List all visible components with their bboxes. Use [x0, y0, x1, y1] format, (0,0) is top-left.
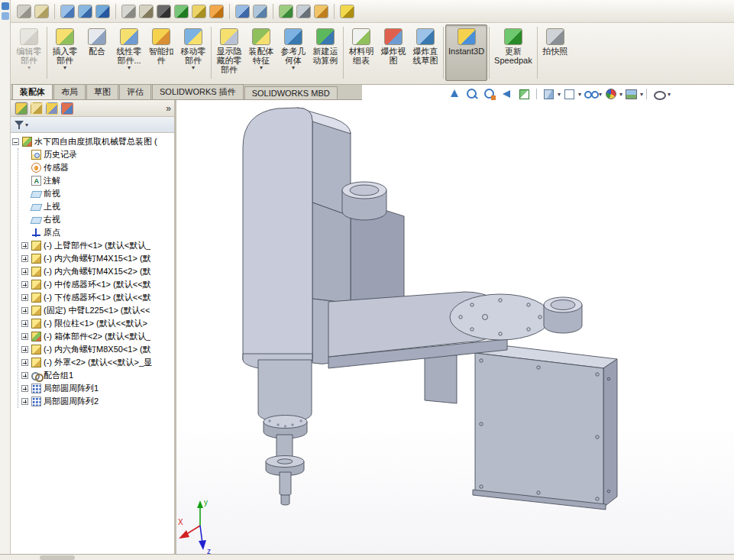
tools-gear-icon[interactable]	[139, 5, 154, 18]
tab-sketch[interactable]: 草图	[86, 84, 118, 99]
tree-item-lower-sensor-ring[interactable]: (-) 下传感器环<1> (默认<<默	[11, 291, 174, 304]
statusbar-grip[interactable]	[40, 555, 75, 560]
expand-toggle-icon[interactable]	[21, 385, 28, 392]
ribbon-button-explode-line-sketch[interactable]: 爆炸直 线草图	[409, 24, 441, 81]
expand-toggle-icon[interactable]	[21, 294, 28, 301]
ribbon-button-bom[interactable]: 材料明 细表	[345, 24, 377, 81]
settings-gear-icon[interactable]	[121, 5, 136, 18]
expand-toggle-icon[interactable]	[12, 138, 19, 145]
expand-toggle-icon[interactable]	[21, 242, 28, 249]
zoom-area-icon[interactable]	[483, 88, 496, 100]
ribbon-button-mate[interactable]: 配合	[81, 24, 113, 81]
displaymanager-tab-icon[interactable]	[61, 102, 73, 115]
view-settings-icon[interactable]	[652, 88, 665, 100]
display-style-icon[interactable]	[563, 88, 576, 100]
ribbon-button-snapshot[interactable]: 拍快照	[539, 24, 571, 81]
tab-assembly[interactable]: 装配体	[12, 84, 53, 99]
expand-toggle-icon[interactable]	[21, 359, 28, 366]
tree-item-root[interactable]: 水下四自由度抓取机械臂总装图 (	[11, 135, 174, 148]
dropdown-arrow-icon[interactable]	[260, 65, 263, 72]
dropdown-arrow-icon[interactable]	[63, 65, 66, 72]
dropdown-arrow-icon[interactable]	[292, 65, 295, 72]
zoom-fit-arrow-icon[interactable]	[448, 88, 461, 100]
tab-evaluate[interactable]: 评估	[119, 84, 151, 99]
tree-item-screw-m4x15-2[interactable]: (-) 内六角螺钉M4X15<2> (默	[11, 265, 174, 278]
dropdown-arrow-icon[interactable]	[668, 91, 671, 98]
print-icon[interactable]	[296, 5, 311, 18]
tree-item-circular-pattern-2[interactable]: 局部圆周阵列2	[11, 395, 174, 408]
expand-toggle-icon[interactable]	[21, 372, 28, 379]
expand-toggle-icon[interactable]	[21, 307, 28, 314]
ribbon-button-linear-pattern[interactable]: 线性零 部件...	[113, 24, 145, 81]
ribbon-button-assembly-feature[interactable]: 装配体 特征	[245, 24, 277, 81]
ribbon-button-exploded-view[interactable]: 爆炸视 图	[377, 24, 409, 81]
tree-item-limit-post[interactable]: (-) 限位柱<1> (默认<<默认>	[11, 317, 174, 330]
dropdown-arrow-icon[interactable]	[619, 91, 622, 98]
expand-toggle-icon[interactable]	[21, 268, 28, 275]
measure-icon[interactable]	[192, 5, 206, 18]
ruler-icon[interactable]	[34, 5, 49, 18]
expand-toggle-icon[interactable]	[21, 333, 28, 340]
filter-cone-icon[interactable]	[157, 5, 171, 18]
display-icon[interactable]	[60, 5, 75, 18]
propertymanager-tab-icon[interactable]	[31, 102, 43, 115]
dropdown-arrow-icon[interactable]	[558, 91, 561, 98]
configurationmanager-tab-icon[interactable]	[46, 102, 58, 115]
search-doc-icon[interactable]	[253, 5, 267, 18]
dropdown-arrow-icon[interactable]	[578, 91, 581, 98]
dropdown-arrow-icon[interactable]	[599, 91, 602, 98]
ribbon-button-show-hidden[interactable]: 显示隐 藏的零 部件	[213, 24, 245, 81]
tree-item-right-plane[interactable]: 右视	[11, 213, 174, 226]
note-icon[interactable]	[314, 5, 328, 18]
ribbon-button-edit-component[interactable]: 编辑零 部件	[13, 24, 45, 81]
tree-item-top-plane[interactable]: 上视	[11, 200, 174, 213]
tab-mbd[interactable]: SOLIDWORKS MBD	[244, 86, 338, 99]
ribbon-button-reference-geometry[interactable]: 参考几 何体	[277, 24, 309, 81]
tree-item-origin[interactable]: 原点	[11, 226, 174, 239]
grid-add-icon[interactable]	[209, 5, 224, 18]
tree-item-box-subassembly[interactable]: (-) 箱体部件<2> (默认<默认_	[11, 330, 174, 343]
dropdown-arrow-icon[interactable]	[27, 65, 31, 72]
filter-input[interactable]	[28, 119, 171, 131]
ribbon-button-smart-fastener[interactable]: 智能扣 件	[145, 24, 177, 81]
tab-layout[interactable]: 布局	[53, 84, 86, 99]
web-icon[interactable]	[95, 5, 110, 18]
table-icon[interactable]	[279, 5, 293, 18]
map-pin-icon[interactable]	[174, 5, 189, 18]
graphics-viewport[interactable]: X y z	[176, 100, 734, 560]
view-orientation-icon[interactable]	[542, 88, 555, 100]
robot-arm-model[interactable]: X y z	[176, 100, 734, 560]
dropdown-arrow-icon[interactable]	[192, 65, 195, 72]
expand-toggle-icon[interactable]	[21, 398, 28, 405]
tree-item-screw-m8x50[interactable]: (-) 内六角螺钉M8X50<1> (默	[11, 343, 174, 356]
strip-doc-icon[interactable]	[2, 2, 9, 10]
tree-item-history[interactable]: 历史记录	[11, 148, 174, 161]
tree-item-annotations[interactable]: 注解	[11, 174, 174, 187]
tree-item-outer-cover[interactable]: (-) 外罩<2> (默认<<默认>_显	[11, 356, 174, 369]
expand-toggle-icon[interactable]	[21, 255, 28, 262]
tree-item-upper-arm[interactable]: (-) 上臂部件<1> (默认<默认_	[11, 239, 174, 252]
apply-scene-icon[interactable]	[625, 88, 638, 100]
ribbon-button-update-speedpak[interactable]: 更新 Speedpak	[491, 24, 535, 81]
expand-toggle-icon[interactable]	[21, 281, 28, 288]
strip-pane-icon[interactable]	[2, 12, 9, 20]
tree-item-circular-pattern-1[interactable]: 局部圆周阵列1	[11, 382, 174, 395]
section-view-icon[interactable]	[518, 88, 531, 100]
hide-show-items-icon[interactable]	[584, 88, 597, 100]
ribbon-button-instant3d[interactable]: Instant3D	[445, 24, 487, 81]
edit-appearance-icon[interactable]	[604, 88, 617, 100]
tree-item-screw-m4x15-1[interactable]: (-) 内六角螺钉M4X15<1> (默	[11, 252, 174, 265]
ribbon-button-motion-study[interactable]: 新建运 动算例	[309, 24, 341, 81]
previous-view-icon[interactable]	[500, 88, 513, 100]
dropdown-arrow-icon[interactable]	[128, 65, 131, 72]
expand-toggle-icon[interactable]	[21, 320, 28, 327]
expand-toggle-icon[interactable]	[21, 346, 28, 353]
tree-item-mates-group[interactable]: 配合组1	[11, 369, 174, 382]
ribbon-button-move-component[interactable]: 移动零 部件	[177, 24, 209, 81]
tree-item-front-plane[interactable]: 前视	[11, 187, 174, 200]
tab-addins[interactable]: SOLIDWORKS 插件	[152, 84, 244, 99]
filter-funnel-icon[interactable]	[14, 119, 25, 130]
dropdown-arrow-icon[interactable]	[640, 91, 643, 98]
tree-item-mid-arm-fixed[interactable]: (固定) 中臂L225<1> (默认<<	[11, 304, 174, 317]
attach-icon[interactable]	[17, 5, 31, 18]
